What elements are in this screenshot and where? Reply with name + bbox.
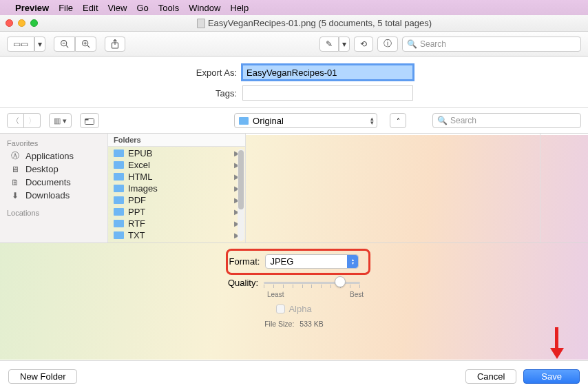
alpha-checkbox — [276, 305, 285, 313]
quality-best-label: Best — [350, 291, 364, 298]
scrollbar[interactable] — [238, 149, 244, 241]
file-browser: Favorites ⒶApplications 🖥Desktop 🗎Docume… — [0, 133, 588, 243]
export-as-label: Export As: — [175, 68, 237, 78]
view-mode-menu[interactable]: ▾ — [34, 37, 45, 52]
folder-icon — [114, 208, 124, 216]
locations-heading: Locations — [0, 207, 107, 219]
menu-tools[interactable]: Tools — [158, 3, 179, 13]
highlight-button[interactable]: ✎ — [319, 37, 339, 52]
save-button[interactable]: Save — [523, 369, 580, 384]
format-options: Format: JPEG ▴▾ Quality: Least Best Alph… — [0, 243, 588, 338]
folder-icon — [114, 185, 124, 192]
sidebar: Favorites ⒶApplications 🖥Desktop 🗎Docume… — [0, 134, 107, 243]
save-panel-footer: New Folder Cancel Save — [0, 360, 588, 392]
folder-row[interactable]: PPT▶ — [108, 206, 245, 218]
save-panel-navbar: 〈〉 ▥ ▾ Original ▴▾ ˄ 🔍 Search — [0, 108, 588, 133]
folder-row[interactable]: PDF▶ — [108, 194, 245, 206]
menu-window[interactable]: Window — [189, 3, 220, 13]
format-value: JPEG — [270, 256, 293, 267]
collapse-button[interactable]: ˄ — [390, 113, 406, 128]
window-titlebar: EasyVeganRecipes-01.png (5 documents, 5 … — [0, 15, 588, 32]
view-style-button[interactable]: ▥ ▾ — [49, 113, 72, 128]
search-icon: 🔍 — [437, 116, 448, 125]
svg-line-1 — [66, 45, 68, 48]
filesize-label: File Size: — [264, 320, 294, 328]
folder-row[interactable]: TXT▶ — [108, 229, 245, 241]
menu-edit[interactable]: Edit — [83, 3, 98, 13]
alpha-label: Alpha — [288, 304, 311, 314]
filesize-value: 533 KB — [300, 320, 323, 328]
new-folder-button[interactable]: New Folder — [8, 369, 77, 384]
documents-icon: 🗎 — [10, 178, 21, 187]
rotate-button[interactable]: ⟲ — [354, 37, 373, 52]
applications-icon: Ⓐ — [10, 152, 21, 161]
empty-column — [540, 134, 588, 243]
stepper-icon: ▴▾ — [370, 116, 374, 125]
svg-line-4 — [87, 45, 90, 48]
preview-toolbar: ▭▭▾ ✎▾ ⟲ ⓘ 🔍 Search — [0, 32, 588, 56]
zoom-window-icon[interactable] — [30, 19, 38, 27]
folder-icon — [114, 149, 124, 157]
path-folder-name: Original — [253, 116, 284, 126]
minimize-window-icon[interactable] — [18, 19, 25, 27]
favorites-heading: Favorites — [0, 138, 107, 149]
format-popup[interactable]: JPEG ▴▾ — [265, 254, 359, 269]
export-as-input[interactable] — [242, 65, 413, 80]
column-header: Folders — [108, 134, 245, 147]
search-icon: 🔍 — [407, 39, 417, 49]
zoom-out-button[interactable] — [54, 37, 75, 52]
folder-row[interactable]: HTML▶ — [108, 171, 245, 183]
search-placeholder: Search — [420, 39, 446, 49]
search-placeholder: Search — [450, 116, 476, 125]
view-mode-button[interactable]: ▭▭ — [7, 37, 34, 52]
tags-input[interactable] — [242, 85, 413, 101]
cancel-button[interactable]: Cancel — [465, 369, 516, 384]
downloads-icon: ⬇ — [10, 191, 21, 200]
menu-view[interactable]: View — [108, 3, 127, 13]
quality-slider[interactable] — [264, 276, 360, 289]
save-panel-search[interactable]: 🔍 Search — [432, 113, 581, 128]
sidebar-item-documents[interactable]: 🗎Documents — [0, 176, 107, 189]
menu-go[interactable]: Go — [136, 3, 148, 13]
export-fields: Export As: Tags: — [0, 56, 588, 107]
folder-icon — [239, 117, 249, 125]
tags-label: Tags: — [175, 88, 237, 99]
stepper-icon: ▴▾ — [347, 255, 358, 268]
sidebar-item-downloads[interactable]: ⬇Downloads — [0, 189, 107, 202]
share-button[interactable] — [105, 37, 125, 52]
window-title: EasyVeganRecipes-01.png (5 documents, 5 … — [208, 18, 432, 28]
nav-back-button[interactable]: 〈 — [7, 113, 24, 128]
folder-icon — [114, 220, 124, 227]
quality-least-label: Least — [267, 291, 284, 298]
menubar-app[interactable]: Preview — [15, 3, 49, 13]
svg-rect-10 — [85, 118, 89, 120]
folder-icon — [114, 161, 124, 169]
markup-button[interactable]: ⓘ — [377, 37, 398, 52]
desktop-icon: 🖥 — [10, 165, 21, 174]
nav-forward-button[interactable]: 〉 — [24, 113, 41, 128]
group-button[interactable] — [80, 113, 99, 128]
menu-file[interactable]: File — [59, 3, 73, 13]
scrollbar-thumb[interactable] — [238, 150, 244, 209]
folder-column: Folders EPUB▶ Excel▶ HTML▶ Images▶ PDF▶ … — [107, 134, 245, 243]
slider-knob[interactable] — [335, 276, 346, 287]
empty-column — [245, 134, 540, 243]
menu-help[interactable]: Help — [230, 3, 249, 13]
quality-label: Quality: — [228, 278, 258, 288]
document-proxy-icon[interactable] — [197, 19, 205, 28]
traffic-lights — [6, 19, 38, 27]
sidebar-item-desktop[interactable]: 🖥Desktop — [0, 163, 107, 176]
path-popup[interactable]: Original ▴▾ — [234, 113, 377, 128]
folder-icon — [114, 173, 124, 180]
format-label: Format: — [229, 256, 260, 267]
toolbar-search[interactable]: 🔍 Search — [402, 37, 581, 52]
folder-row[interactable]: Excel▶ — [108, 159, 245, 171]
zoom-in-button[interactable] — [75, 37, 96, 52]
sidebar-item-applications[interactable]: ⒶApplications — [0, 149, 107, 163]
folder-row[interactable]: EPUB▶ — [108, 147, 245, 159]
highlight-menu[interactable]: ▾ — [339, 37, 350, 52]
folder-icon — [114, 231, 124, 239]
folder-row[interactable]: Images▶ — [108, 183, 245, 194]
folder-row[interactable]: RTF▶ — [108, 218, 245, 229]
close-window-icon[interactable] — [6, 19, 13, 27]
